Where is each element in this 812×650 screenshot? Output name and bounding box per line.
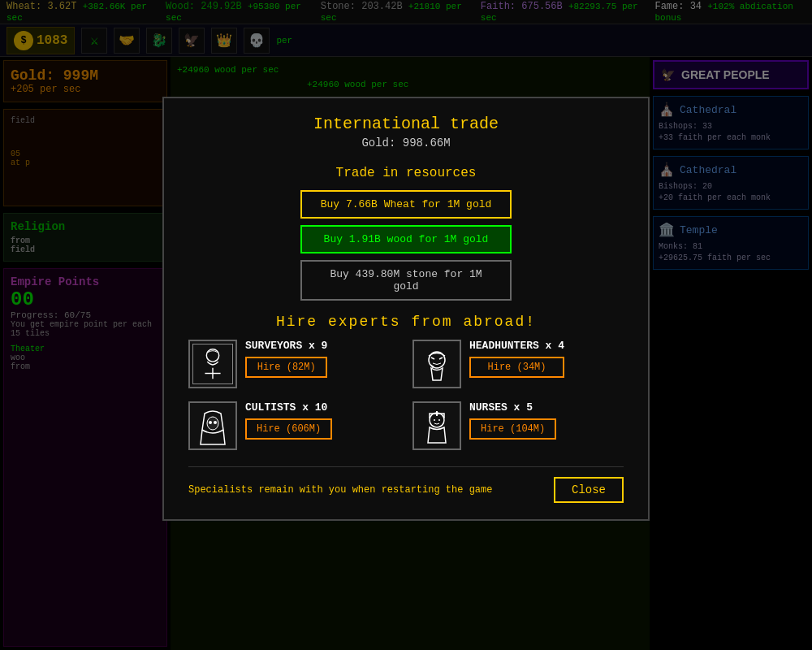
svg-point-9 xyxy=(207,417,218,430)
headhunter-portrait xyxy=(412,340,461,388)
modal-gold-display: Gold: 998.66M xyxy=(188,136,624,150)
nurse-portrait xyxy=(412,401,461,450)
modal-title: International trade xyxy=(188,115,624,133)
trade-section-title: Trade in resources xyxy=(188,166,624,180)
svg-point-11 xyxy=(214,421,217,424)
headhunter-name: HEADHUNTERS x 4 xyxy=(469,340,564,352)
experts-grid: SURVEYORS x 9 Hire (82M) xyxy=(188,340,624,450)
buy-wood-button[interactable]: Buy 1.91B wood for 1M gold xyxy=(300,225,512,254)
hire-headhunter-button[interactable]: Hire (34M) xyxy=(469,357,564,378)
hire-nurse-button[interactable]: Hire (104M) xyxy=(469,418,556,440)
surveyor-portrait xyxy=(188,340,237,388)
surveyor-info: SURVEYORS x 9 Hire (82M) xyxy=(245,340,327,378)
nurse-info: NURSES x 5 Hire (104M) xyxy=(469,401,556,440)
modal-overlay: International trade Gold: 998.66M Trade … xyxy=(0,0,812,650)
close-modal-button[interactable]: Close xyxy=(554,477,624,503)
expert-card-surveyors: SURVEYORS x 9 Hire (82M) xyxy=(188,340,400,388)
cultist-info: CULTISTS x 10 Hire (606M) xyxy=(245,401,332,440)
modal-footer-text: Specialists remain with you when restart… xyxy=(188,484,492,496)
nurse-name: NURSES x 5 xyxy=(469,401,556,414)
buy-wheat-button[interactable]: Buy 7.66B Wheat for 1M gold xyxy=(300,190,512,219)
buy-stone-button[interactable]: Buy 439.80M stone for 1M gold xyxy=(300,260,512,301)
svg-point-10 xyxy=(209,421,212,424)
hire-cultist-button[interactable]: Hire (606M) xyxy=(245,418,332,440)
cultist-portrait xyxy=(188,401,237,450)
modal-footer: Specialists remain with you when restart… xyxy=(188,466,624,503)
hire-section-title: Hire experts from abroad! xyxy=(188,314,624,330)
expert-card-cultists: CULTISTS x 10 Hire (606M) xyxy=(188,401,400,450)
expert-card-nurses: NURSES x 5 Hire (104M) xyxy=(412,401,624,450)
hire-surveyor-button[interactable]: Hire (82M) xyxy=(245,357,327,378)
cultist-name: CULTISTS x 10 xyxy=(245,401,332,414)
surveyor-name: SURVEYORS x 9 xyxy=(245,340,327,352)
headhunter-info: HEADHUNTERS x 4 Hire (34M) xyxy=(469,340,564,378)
trade-modal: International trade Gold: 998.66M Trade … xyxy=(162,97,650,521)
expert-card-headhunters: HEADHUNTERS x 4 Hire (34M) xyxy=(412,340,624,388)
